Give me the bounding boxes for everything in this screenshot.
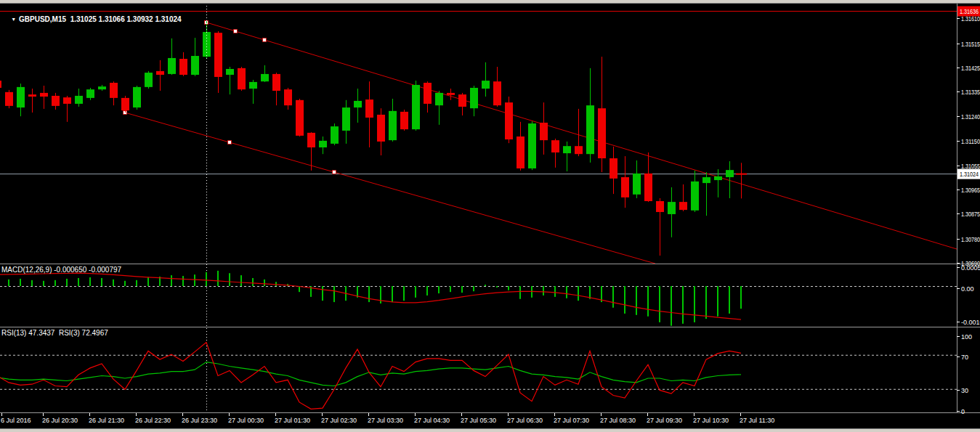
candle-body [621, 177, 629, 197]
macd-histogram-bar [705, 286, 707, 319]
macd-histogram-bar [612, 286, 614, 308]
candle-body [17, 87, 25, 107]
trendline-anchor-marker[interactable] [333, 171, 336, 174]
candle-body [505, 102, 513, 139]
macd-axis-label: -0.00100 [961, 319, 980, 326]
candle-body [75, 96, 83, 104]
trendline-anchor-marker[interactable] [234, 29, 238, 33]
candle-body [610, 158, 617, 179]
macd-histogram-bar [229, 273, 230, 286]
macd-histogram-bar [740, 286, 742, 309]
alert-price-badge-text: 1.31636 [960, 8, 979, 15]
macd-histogram-bar [496, 286, 498, 288]
macd-histogram-bar [368, 286, 370, 302]
macd-histogram-bar [554, 286, 556, 297]
symbol-dropdown-icon[interactable]: ▼ [11, 15, 16, 24]
macd-histogram-bar [252, 278, 254, 286]
candle-body [40, 93, 48, 97]
chart-canvas[interactable]: 1.316101.315151.314251.313351.312401.311… [0, 0, 980, 432]
candle-body [633, 174, 641, 195]
macd-indicator-label: MACD(12,26,9) -0.000650 -0.000797 [1, 266, 121, 274]
time-axis-label: 6 Jul 2016 [1, 417, 31, 424]
macd-histogram-bar [415, 286, 416, 298]
macd-histogram-bar [136, 280, 137, 286]
candle-body [656, 201, 664, 212]
macd-histogram-bar [101, 278, 102, 286]
trendline-anchor-marker[interactable] [228, 141, 232, 144]
macd-histogram-bar [392, 286, 393, 302]
macd-axis-label: 0.000539 [961, 264, 980, 272]
price-axis-label: 1.30780 [961, 236, 980, 243]
time-axis-label: 27 Jul 08:30 [600, 417, 636, 424]
trendline-anchor-marker[interactable] [263, 38, 267, 42]
macd-histogram-bar [182, 276, 184, 286]
chart-background [0, 3, 980, 428]
candle-body [261, 74, 269, 81]
candle-body [191, 56, 199, 75]
macd-histogram-bar [671, 286, 672, 326]
time-axis-label: 27 Jul 07:30 [554, 417, 589, 424]
candle-body [133, 87, 141, 107]
macd-histogram-bar [322, 286, 323, 301]
candle-body [470, 88, 478, 108]
rsi-axis-label: 0 [961, 408, 965, 415]
macd-histogram-bar [473, 286, 474, 291]
candle-body [110, 83, 118, 98]
macd-histogram-bar [717, 286, 718, 317]
macd-axis-label: 0.00 [961, 285, 974, 293]
candle-body [714, 176, 722, 180]
macd-histogram-bar [43, 281, 44, 286]
macd-histogram-bar [89, 277, 91, 286]
candle-body [86, 89, 94, 98]
candle-body [156, 71, 164, 75]
macd-histogram-bar [636, 286, 637, 315]
candle-body [551, 140, 559, 152]
rsi-axis-label: 70 [961, 354, 968, 361]
macd-histogram-bar [264, 280, 265, 286]
price-axis-label: 1.30875 [961, 211, 980, 218]
price-axis-label: 1.31055 [961, 163, 980, 170]
price-axis-label: 1.31425 [961, 65, 980, 72]
macd-histogram-bar [647, 286, 649, 317]
macd-histogram-bar [78, 278, 79, 286]
candle-body [98, 86, 106, 89]
candle-body [586, 105, 594, 154]
macd-histogram-bar [20, 279, 21, 286]
time-axis-label: 26 Jul 21:30 [89, 417, 124, 424]
rsi-axis-label: 100 [961, 333, 972, 341]
macd-histogram-bar [461, 286, 463, 293]
macd-histogram-bar [206, 272, 207, 286]
candle-body [296, 100, 304, 136]
current-forming-candle [736, 174, 747, 175]
candle-body [28, 94, 36, 97]
candle-body [377, 115, 385, 142]
candle-body [354, 101, 362, 107]
price-axis-label: 1.31335 [961, 89, 980, 96]
price-axis-label: 1.31240 [961, 113, 980, 121]
time-axis-label: 27 Jul 11:30 [740, 417, 774, 424]
candle-body [145, 73, 153, 87]
candle-body [249, 82, 257, 89]
price-axis-label: 1.30965 [961, 187, 980, 194]
chart-title: ▼GBPUSD,M15 1.31025 1.31066 1.30932 1.31… [3, 7, 182, 33]
candle-body [540, 123, 548, 140]
candle-body [226, 69, 234, 75]
candle-body [238, 68, 246, 89]
macd-histogram-bar [438, 286, 440, 293]
macd-histogram-bar [147, 277, 149, 286]
candle-body [168, 58, 176, 74]
time-axis-label: 27 Jul 01:30 [275, 417, 310, 424]
candle-body [331, 126, 339, 144]
macd-histogram-bar [275, 282, 277, 286]
macd-histogram-bar [659, 286, 660, 322]
macd-histogram-bar [217, 271, 219, 286]
window-chrome-top [0, 0, 980, 4]
rsi-axis-label: 30 [961, 387, 968, 394]
macd-histogram-bar [543, 286, 544, 296]
candle-body [517, 136, 525, 168]
candle-body [389, 111, 397, 140]
candle-body [342, 107, 350, 131]
time-axis-label: 26 Jul 20:30 [42, 417, 78, 424]
macd-histogram-bar [403, 286, 405, 301]
candle-body [458, 94, 466, 107]
